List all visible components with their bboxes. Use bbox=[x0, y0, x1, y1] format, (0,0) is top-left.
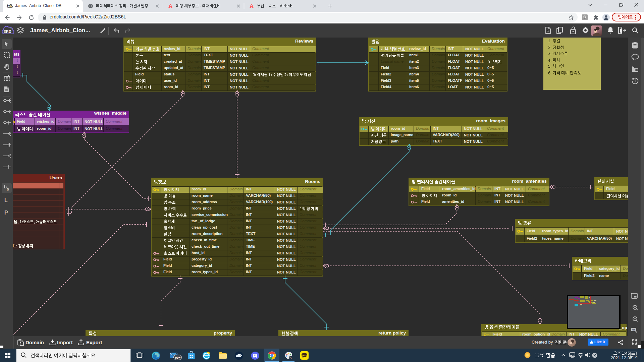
svg-text:ERD: ERD bbox=[7, 5, 12, 7]
svg-text:TALK: TALK bbox=[302, 354, 307, 356]
svg-text:P: P bbox=[7, 188, 9, 192]
svg-text:FIT: FIT bbox=[632, 329, 635, 331]
svg-text:ERD: ERD bbox=[3, 29, 11, 34]
